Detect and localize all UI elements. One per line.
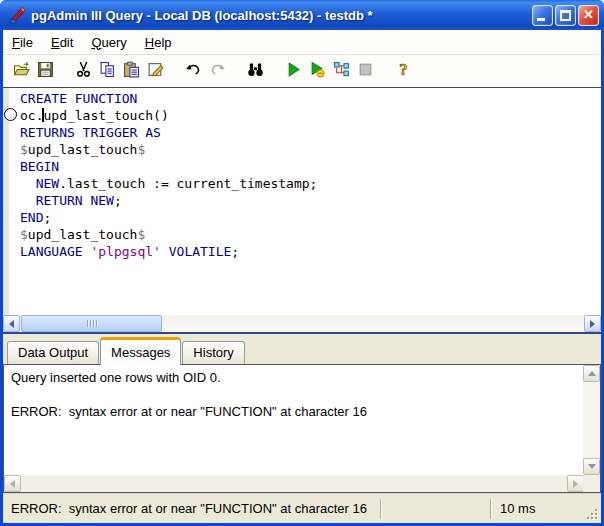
messages-h-scrollbar xyxy=(4,475,584,492)
cut-icon xyxy=(75,61,92,82)
arrow-right-icon xyxy=(590,320,595,328)
arrow-down-icon xyxy=(588,464,596,469)
menu-edit[interactable]: Edit xyxy=(42,32,82,53)
close-button[interactable]: ✕ xyxy=(578,5,599,26)
pgadmin-quill-icon xyxy=(8,6,26,24)
message-line: Query inserted one rows with OID 0. xyxy=(11,369,578,386)
window-title: pgAdmin III Query - Local DB (localhost:… xyxy=(31,8,532,23)
paste-icon xyxy=(123,61,140,82)
message-line: ERROR: syntax error at or near "FUNCTION… xyxy=(11,403,578,420)
tab-messages[interactable]: Messages xyxy=(100,337,181,365)
messages-text: Query inserted one rows with OID 0.ERROR… xyxy=(11,369,578,420)
editor-margin xyxy=(3,88,9,315)
menu-query[interactable]: Query xyxy=(82,32,135,53)
open-button[interactable] xyxy=(9,59,33,83)
editor-h-scrollbar xyxy=(3,315,601,333)
code-line: RETURN NEW; xyxy=(20,192,317,209)
code-line: END; xyxy=(20,209,317,226)
paste-button[interactable] xyxy=(119,59,143,83)
scroll-up-button[interactable] xyxy=(583,365,600,382)
editor-h-scrollbar-thumb[interactable] xyxy=(21,315,162,332)
svg-text:?: ? xyxy=(399,61,408,78)
error-line-marker-icon xyxy=(4,108,17,121)
code-line: LANGUAGE 'plpgsql' VOLATILE; xyxy=(20,243,317,260)
execute-pgscript-button[interactable] xyxy=(305,59,329,83)
messages-v-scrollbar xyxy=(583,365,600,475)
maximize-button[interactable] xyxy=(555,5,576,26)
code-line: $upd_last_touch$ xyxy=(20,226,317,243)
messages-scroll-right-button xyxy=(567,475,584,492)
code-line: $upd_last_touch$ xyxy=(20,141,317,158)
code-line: oc.upd_last_touch() xyxy=(20,107,317,124)
pgadmin-query-window: pgAdmin III Query - Local DB (localhost:… xyxy=(0,0,604,526)
explain-query-button[interactable] xyxy=(329,59,353,83)
arrow-right-icon xyxy=(573,480,578,488)
status-bar: ERROR: syntax error at or near "FUNCTION… xyxy=(3,493,601,523)
code-line: RETURNS TRIGGER AS xyxy=(20,124,317,141)
messages-scroll-left-button xyxy=(4,475,21,492)
code-line: CREATE FUNCTION xyxy=(20,90,317,107)
cancel-query-button xyxy=(353,59,377,83)
redo-button xyxy=(205,59,229,83)
find-icon xyxy=(247,61,264,82)
undo-button[interactable] xyxy=(181,59,205,83)
close-icon: ✕ xyxy=(579,7,598,22)
cut-button[interactable] xyxy=(71,59,95,83)
code-line: NEW.last_touch := current_timestamp; xyxy=(20,175,317,192)
output-tab-bar: Data OutputMessagesHistory xyxy=(3,334,601,364)
clear-window-button[interactable] xyxy=(143,59,167,83)
scroll-down-button[interactable] xyxy=(583,458,600,475)
execute-query-button[interactable] xyxy=(281,59,305,83)
message-line xyxy=(11,386,578,403)
cancel-icon xyxy=(357,61,374,82)
resize-grip[interactable] xyxy=(585,507,598,520)
help-button[interactable]: ? xyxy=(391,59,415,83)
status-message: ERROR: syntax error at or near "FUNCTION… xyxy=(11,501,367,516)
help-icon: ? xyxy=(395,61,412,82)
arrow-left-icon xyxy=(9,320,14,328)
menu-file[interactable]: File xyxy=(3,32,42,53)
toolbar: ? xyxy=(3,54,601,87)
scrollbar-corner xyxy=(583,475,600,492)
status-separator xyxy=(380,499,381,519)
sql-code: CREATE FUNCTIONoc.upd_last_touch()RETURN… xyxy=(20,90,317,260)
redo-icon xyxy=(209,61,226,82)
tab-history[interactable]: History xyxy=(182,341,244,364)
explain-icon xyxy=(333,61,350,82)
open-icon xyxy=(13,61,30,82)
save-icon xyxy=(37,61,54,82)
maximize-icon xyxy=(560,10,571,21)
arrow-up-icon xyxy=(588,371,596,376)
minimize-icon xyxy=(537,18,545,21)
menu-help[interactable]: Help xyxy=(136,32,181,53)
scroll-right-button[interactable] xyxy=(584,315,601,332)
menu-bar: FileEditQueryHelp xyxy=(3,30,601,54)
sql-editor[interactable]: CREATE FUNCTIONoc.upd_last_touch()RETURN… xyxy=(3,87,601,315)
status-separator xyxy=(490,499,491,519)
find-button[interactable] xyxy=(243,59,267,83)
clear-icon xyxy=(147,61,164,82)
copy-icon xyxy=(99,61,116,82)
undo-icon xyxy=(185,61,202,82)
execute-icon xyxy=(285,61,302,82)
status-duration: 10 ms xyxy=(500,501,535,516)
tab-data-output[interactable]: Data Output xyxy=(7,341,99,364)
code-line: BEGIN xyxy=(20,158,317,175)
save-button[interactable] xyxy=(33,59,57,83)
pgscript-icon xyxy=(309,61,326,82)
messages-panel: Query inserted one rows with OID 0.ERROR… xyxy=(3,364,601,493)
copy-button[interactable] xyxy=(95,59,119,83)
title-bar: pgAdmin III Query - Local DB (localhost:… xyxy=(0,0,604,30)
minimize-button[interactable] xyxy=(532,5,553,26)
scroll-left-button[interactable] xyxy=(3,315,20,332)
arrow-left-icon xyxy=(10,480,15,488)
